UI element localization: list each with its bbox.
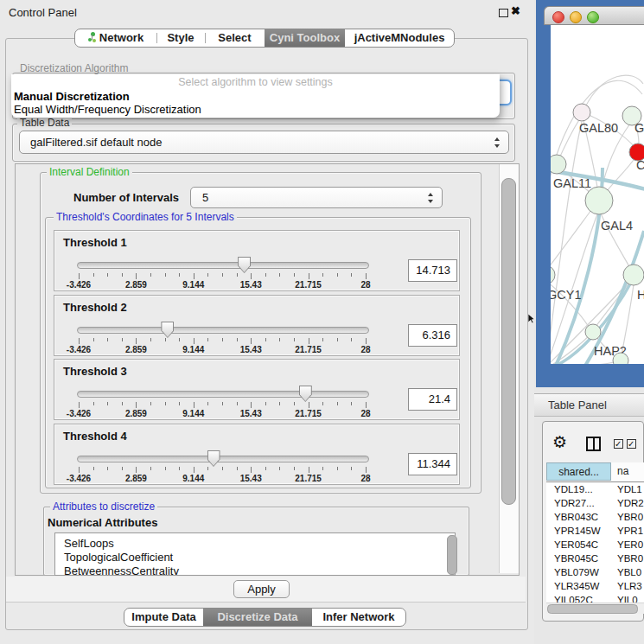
cell-shared-name: YER054C (546, 538, 617, 552)
close-traffic-light[interactable] (552, 11, 564, 23)
network-icon (88, 32, 97, 43)
network-node[interactable] (613, 353, 628, 364)
table-row[interactable]: YDL19...YDL1 (546, 482, 644, 496)
tick-mark (251, 467, 252, 473)
tick-mark (122, 338, 123, 341)
tick-label: 15.43 (240, 409, 262, 418)
threshold-panel: Threshold 1-3.4262.8599.14415.4321.71528… (54, 230, 460, 291)
column-header-shared[interactable]: shared... (546, 462, 611, 481)
tab-select[interactable]: Select (205, 29, 265, 47)
columns-icon[interactable] (586, 437, 601, 451)
intervals-value: 5 (191, 191, 208, 204)
dropdown-option-equal-width[interactable]: Equal Width/Frequency Discretization (14, 103, 201, 116)
tick-label: -3.426 (67, 474, 91, 483)
tab-discretize-data[interactable]: Discretize Data (203, 609, 312, 626)
tick-mark (194, 273, 194, 279)
attributes-list-scrollbar[interactable] (447, 535, 457, 575)
tick-label: 9.144 (182, 280, 204, 290)
table-hscrollbar-track[interactable] (546, 603, 644, 614)
threshold-slider-track[interactable] (77, 327, 369, 334)
tick-mark (79, 402, 80, 408)
attributes-list[interactable]: SelfLoopsTopologicalCoefficientBetweenne… (54, 532, 456, 576)
tick-mark (122, 467, 123, 470)
threshold-slider-track[interactable] (77, 262, 369, 269)
mouse-cursor (528, 314, 536, 324)
threshold-label: Threshold 3 (63, 365, 127, 378)
tick-mark (251, 338, 252, 344)
attribute-list-item[interactable]: TopologicalCoefficient (55, 551, 455, 564)
table-hscrollbar-thumb[interactable] (547, 604, 638, 614)
checkbox-icon-2[interactable]: ✓ (627, 439, 636, 449)
network-canvas[interactable]: GAL80GAL8CGAL11GAL4GCY1HHAP2 (551, 25, 644, 364)
float-icon[interactable] (499, 9, 508, 17)
table-row[interactable]: YIL052CYIL0 (546, 593, 644, 603)
checkbox-icon-1[interactable]: ✓ (614, 439, 623, 449)
tick-mark (237, 402, 238, 405)
numerical-attributes-label: Numerical Attributes (48, 516, 157, 529)
threshold-value-field[interactable]: 11.344 (408, 453, 457, 475)
table-panel-header: Table Panel (534, 393, 644, 417)
network-edge[interactable] (551, 207, 594, 271)
tab-impute-data[interactable]: Impute Data (124, 609, 203, 626)
table-row[interactable]: YER054CYER0 (546, 538, 644, 552)
table-row[interactable]: YDR27...YDR2 (546, 496, 644, 510)
tick-mark (251, 273, 252, 279)
apply-button[interactable]: Apply (233, 580, 290, 598)
threshold-value-field[interactable]: 6.316 (408, 324, 457, 347)
tab-infer-network[interactable]: Infer Network (312, 609, 405, 626)
network-window-titlebar[interactable] (544, 6, 644, 25)
tab-style[interactable]: Style (156, 29, 205, 47)
table-row[interactable]: YBR045CYBR0 (546, 552, 644, 565)
threshold-slider-track[interactable] (77, 391, 369, 398)
threshold-slider-thumb[interactable] (161, 322, 174, 338)
tick-mark (79, 338, 80, 344)
dropdown-option-manual[interactable]: Manual Discretization (14, 90, 130, 103)
minimize-traffic-light[interactable] (570, 11, 582, 23)
table-data-group-label: Table Data (17, 118, 72, 129)
tab-network[interactable]: Network (75, 29, 156, 47)
table-row[interactable]: YBL079WYBL0 (546, 565, 644, 579)
gear-icon[interactable]: ⚙ (552, 434, 567, 450)
cell-shared-name: YDL19... (546, 482, 617, 496)
tick-mark (322, 338, 323, 341)
network-node[interactable] (551, 155, 566, 174)
zoom-traffic-light[interactable] (587, 11, 599, 23)
network-node[interactable] (623, 265, 644, 285)
attribute-list-item[interactable]: SelfLoops (55, 537, 455, 551)
tick-mark (222, 467, 223, 470)
network-node[interactable] (585, 187, 613, 214)
tick-mark (265, 402, 266, 405)
tick-mark (309, 402, 309, 408)
attribute-list-item[interactable]: BetweennessCentrality (55, 564, 455, 576)
tick-mark (337, 402, 338, 405)
dropdown-placeholder: Select algorithm to view settings (11, 76, 500, 88)
tick-mark (207, 467, 208, 470)
cell-name: YBR0 (617, 552, 643, 565)
tick-mark (207, 338, 208, 341)
network-node-label: GCY1 (551, 288, 582, 302)
threshold-slider-thumb[interactable] (299, 386, 312, 402)
network-node-label: C (636, 158, 644, 172)
close-icon[interactable]: ✖ (511, 4, 520, 17)
tab-jactivemnodules[interactable]: jActiveMNodules (345, 29, 454, 47)
network-node[interactable] (573, 104, 590, 121)
table-data-combo[interactable]: galFiltered.sif default node (19, 131, 509, 154)
threshold-value-field[interactable]: 14.713 (408, 259, 457, 282)
table-row[interactable]: YLR345WYLR3 (546, 579, 644, 593)
tab-cyni-toolbox[interactable]: Cyni Toolbox (265, 29, 345, 47)
network-node[interactable] (551, 265, 555, 284)
column-header-name[interactable]: na (617, 462, 628, 481)
network-node[interactable] (585, 324, 601, 340)
cell-shared-name: YIL052C (546, 593, 617, 603)
tick-mark (122, 402, 123, 405)
tick-mark (265, 338, 266, 341)
scrollbar-thumb[interactable] (501, 178, 516, 505)
tick-mark (279, 402, 280, 405)
table-row[interactable]: YPR145WYPR1 (546, 524, 644, 538)
threshold-value-field[interactable]: 21.4 (408, 388, 457, 411)
number-of-intervals-spinner[interactable]: 5 (190, 187, 443, 208)
table-row[interactable]: YBR043CYBR0 (546, 510, 644, 524)
threshold-slider-track[interactable] (77, 456, 369, 462)
threshold-slider-thumb[interactable] (238, 257, 251, 273)
threshold-slider-thumb[interactable] (207, 450, 220, 467)
